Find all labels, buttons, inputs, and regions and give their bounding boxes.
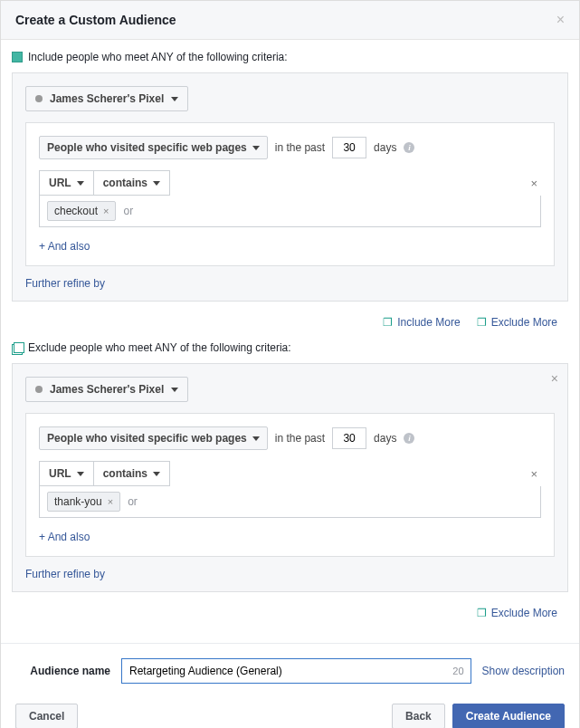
url-value-input[interactable]: checkout × or (39, 196, 541, 227)
condition-dropdown[interactable]: People who visited specific web pages (39, 426, 268, 450)
caret-down-icon (252, 146, 260, 150)
exclude-more-link[interactable]: ❐ Exclude More (477, 607, 557, 619)
info-icon[interactable]: i (404, 433, 414, 444)
url-value-input[interactable]: thank-you × or (39, 486, 541, 518)
condition-label: People who visited specific web pages (47, 141, 247, 154)
exclude-more-link[interactable]: ❐ Exclude More (477, 316, 557, 329)
remove-tag-icon[interactable]: × (103, 206, 109, 216)
include-label-text: Include people who meet ANY of the follo… (28, 51, 288, 63)
operator-dropdown[interactable]: contains (94, 170, 170, 196)
remove-section-icon[interactable]: × (551, 371, 558, 386)
caret-down-icon (171, 97, 178, 101)
create-audience-modal: Create a Custom Audience × Include peopl… (0, 0, 580, 728)
caret-down-icon (153, 181, 160, 186)
include-exclude-actions: ❐ Include More ❐ Exclude More (12, 311, 568, 341)
past-label-a: in the past (275, 141, 325, 154)
include-more-text: Include More (397, 316, 460, 329)
exclude-section-label: Exclude people who meet ANY of the follo… (12, 341, 568, 354)
pixel-status-dot-icon (35, 386, 43, 393)
days-input[interactable] (332, 427, 366, 449)
audience-name-input[interactable] (121, 658, 471, 684)
pixel-selector[interactable]: James Scherer's Pixel (25, 86, 188, 111)
caret-down-icon (77, 181, 84, 186)
stack-icon: ❐ (383, 316, 393, 329)
and-also-link[interactable]: + And also (39, 240, 90, 253)
modal-body: Include people who meet ANY of the follo… (1, 40, 579, 643)
or-placeholder: or (128, 495, 138, 508)
caret-down-icon (153, 472, 160, 476)
show-description-link[interactable]: Show description (482, 665, 565, 677)
exclude-more-text: Exclude More (491, 316, 557, 329)
past-label-b: days (374, 141, 396, 154)
pixel-name: James Scherer's Pixel (50, 383, 164, 396)
pixel-selector[interactable]: James Scherer's Pixel (25, 377, 188, 402)
caret-down-icon (77, 472, 84, 476)
modal-header: Create a Custom Audience × (1, 1, 579, 40)
operator-label: contains (103, 177, 147, 189)
tag-text: thank-you (54, 495, 102, 508)
url-field-dropdown[interactable]: URL (39, 461, 94, 486)
include-rule-box: People who visited specific web pages in… (25, 122, 555, 266)
past-label-b: days (374, 432, 396, 445)
url-field-label: URL (49, 467, 71, 480)
caret-down-icon (171, 388, 178, 392)
operator-dropdown[interactable]: contains (94, 461, 170, 486)
further-refine-link[interactable]: Further refine by (25, 568, 105, 580)
include-section-label: Include people who meet ANY of the follo… (12, 51, 568, 63)
operator-label: contains (103, 467, 147, 480)
include-box: James Scherer's Pixel People who visited… (12, 72, 568, 302)
further-refine-link[interactable]: Further refine by (25, 277, 105, 290)
exclude-box: × James Scherer's Pixel People who visit… (12, 363, 568, 592)
past-label-a: in the past (275, 432, 325, 445)
or-placeholder: or (123, 205, 133, 217)
and-also-link[interactable]: + And also (39, 531, 90, 543)
exclude-label-text: Exclude people who meet ANY of the follo… (28, 341, 291, 354)
url-tag: thank-you × (47, 492, 120, 512)
stack-icon: ❐ (477, 607, 487, 619)
info-icon[interactable]: i (404, 142, 414, 153)
back-button[interactable]: Back (392, 704, 445, 728)
tag-text: checkout (54, 205, 98, 217)
create-audience-button[interactable]: Create Audience (452, 704, 565, 728)
include-more-link[interactable]: ❐ Include More (383, 316, 460, 329)
pixel-status-dot-icon (35, 95, 43, 102)
condition-dropdown[interactable]: People who visited specific web pages (39, 136, 268, 159)
modal-footer: Audience name 20 Show description Cancel… (1, 643, 579, 728)
char-counter: 20 (452, 666, 463, 676)
pixel-name: James Scherer's Pixel (50, 92, 164, 105)
url-tag: checkout × (47, 201, 116, 221)
remove-rule-icon[interactable]: × (527, 177, 541, 190)
audience-name-label: Audience name (15, 665, 110, 677)
include-icon (12, 52, 23, 62)
url-field-label: URL (49, 177, 71, 189)
url-field-dropdown[interactable]: URL (39, 170, 94, 196)
exclude-rule-box: People who visited specific web pages in… (25, 413, 555, 557)
close-icon[interactable]: × (556, 12, 565, 28)
modal-title: Create a Custom Audience (15, 13, 176, 27)
days-input[interactable] (332, 137, 366, 158)
condition-label: People who visited specific web pages (47, 432, 247, 445)
stack-icon: ❐ (477, 316, 487, 329)
exclude-icon (12, 342, 23, 353)
remove-rule-icon[interactable]: × (527, 467, 541, 481)
exclude-more-text: Exclude More (491, 607, 557, 619)
caret-down-icon (252, 436, 260, 441)
remove-tag-icon[interactable]: × (108, 496, 113, 507)
cancel-button[interactable]: Cancel (15, 704, 78, 728)
exclude-more-actions: ❐ Exclude More (12, 601, 568, 632)
